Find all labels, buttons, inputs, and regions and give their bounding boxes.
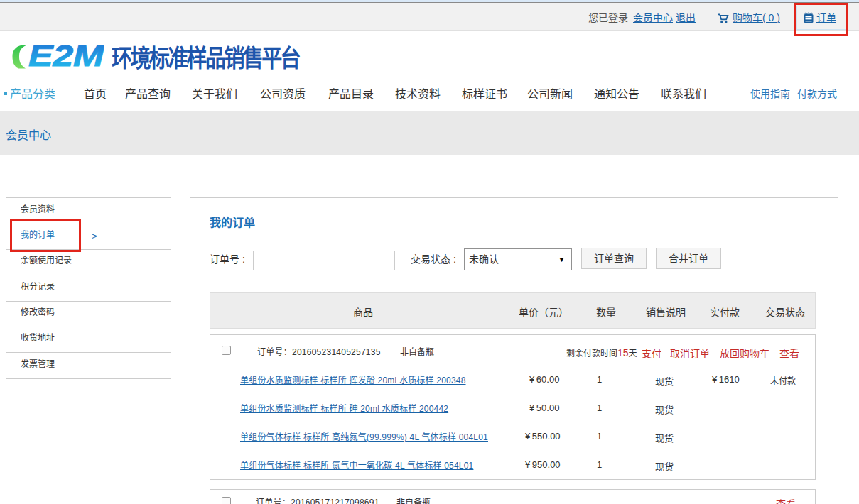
svg-text:E2M: E2M (28, 44, 104, 70)
